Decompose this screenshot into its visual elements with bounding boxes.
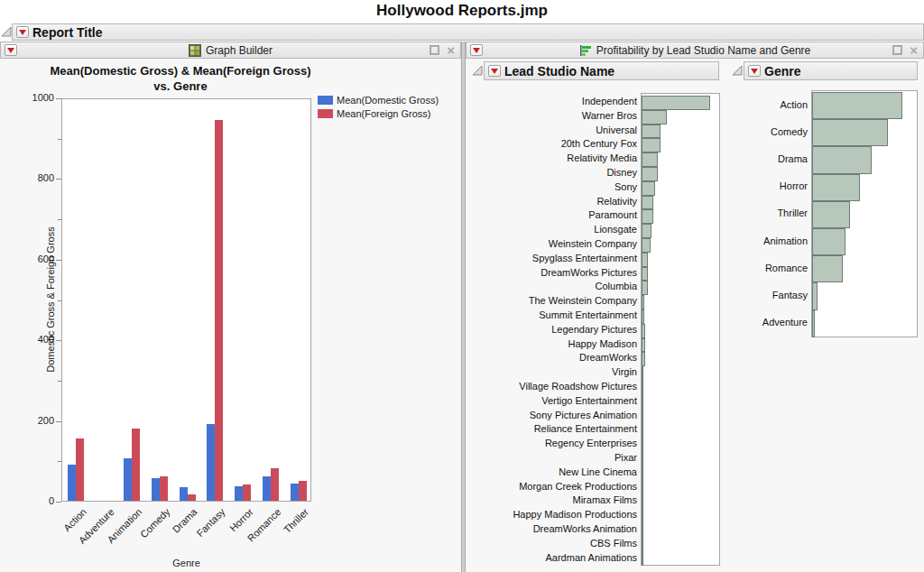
- studio-label: Lionsgate: [469, 223, 637, 237]
- genre-bar-comedy[interactable]: [812, 119, 888, 146]
- bar-action-foreign[interactable]: [76, 438, 84, 501]
- studio-menu-icon[interactable]: [488, 65, 501, 77]
- studio-bar-20th-century-fox[interactable]: [642, 138, 661, 152]
- bar-horror-foreign[interactable]: [243, 484, 251, 501]
- genre-bar-thriller[interactable]: [812, 201, 850, 228]
- studio-bar-vertigo-entertainment[interactable]: [642, 395, 643, 410]
- report-title-menu-icon[interactable]: [16, 26, 29, 38]
- studio-bar-dreamworks[interactable]: [642, 352, 645, 366]
- y-tick-mark: [56, 260, 61, 261]
- studio-bar-happy-madison[interactable]: [642, 338, 645, 353]
- genre-bar-action[interactable]: [812, 92, 902, 119]
- studio-label: Independent: [469, 95, 637, 109]
- studio-bar-universal[interactable]: [642, 125, 661, 139]
- studio-bar-lionsgate[interactable]: [642, 224, 651, 238]
- studio-bar-morgan-creek-productions[interactable]: [642, 481, 643, 495]
- studio-section-header[interactable]: Lead Studio Name: [484, 61, 719, 80]
- close-icon[interactable]: ×: [910, 45, 918, 55]
- profitability-panel-header[interactable]: Profitability by Lead Studio Name and Ge…: [466, 42, 924, 59]
- studio-bar-village-roadshow-pictures[interactable]: [642, 381, 643, 395]
- graph-builder-panel-header[interactable]: Graph Builder ×: [0, 42, 461, 59]
- graph-builder-icon: [189, 44, 201, 57]
- legend-swatch: [318, 109, 333, 118]
- studio-label: Reliance Entertainment: [469, 422, 637, 437]
- studio-label: Sony Pictures Animation: [469, 409, 637, 423]
- studio-bar-aardman-animations[interactable]: [642, 552, 643, 567]
- genre-disclosure-triangle-icon[interactable]: [732, 65, 743, 76]
- profitability-menu-icon[interactable]: [470, 44, 483, 56]
- studio-bar-sony-pictures-animation[interactable]: [642, 410, 643, 424]
- genre-label: Romance: [704, 254, 808, 281]
- bar-comedy-domestic[interactable]: [152, 478, 160, 501]
- studio-label: CBS Films: [469, 537, 637, 551]
- report-disclosure-triangle-icon[interactable]: [1, 26, 12, 37]
- genre-bar-adventure[interactable]: [812, 310, 815, 337]
- studio-bar-reliance-entertainment[interactable]: [642, 423, 643, 438]
- genre-label: Action: [704, 91, 808, 118]
- studio-bar-sony[interactable]: [642, 181, 655, 196]
- studio-bar-paramount[interactable]: [642, 209, 653, 224]
- studio-bar-spyglass-entertainment[interactable]: [642, 253, 648, 267]
- studio-label: Morgan Creek Productions: [469, 480, 637, 494]
- studio-label: Spyglass Entertainment: [469, 252, 637, 266]
- studio-bar-happy-madison-productions[interactable]: [642, 509, 643, 523]
- studio-bar-cbs-films[interactable]: [642, 538, 643, 552]
- graph-builder-title: Graph Builder: [206, 44, 273, 57]
- genre-bar-horror[interactable]: [812, 174, 860, 201]
- y-tick-mark: [58, 300, 61, 301]
- report-title-header[interactable]: Report Title: [12, 23, 924, 41]
- studio-bar-virgin[interactable]: [642, 366, 643, 381]
- bar-romance-foreign[interactable]: [271, 468, 279, 501]
- genre-bar-drama[interactable]: [812, 146, 872, 173]
- profitability-title: Profitability by Lead Studio Name and Ge…: [596, 44, 810, 57]
- studio-bar-the-weinstein-company[interactable]: [642, 295, 644, 309]
- bar-action-domestic[interactable]: [68, 465, 76, 501]
- genre-label: Animation: [704, 227, 808, 254]
- bar-thriller-foreign[interactable]: [299, 481, 307, 501]
- close-icon[interactable]: ×: [447, 45, 455, 55]
- y-tick-mark: [58, 461, 61, 462]
- bar-drama-domestic[interactable]: [180, 487, 188, 501]
- bar-animation-foreign[interactable]: [132, 429, 140, 501]
- genre-bar-romance[interactable]: [812, 255, 843, 282]
- bar-horror-domestic[interactable]: [235, 486, 243, 501]
- studio-bar-miramax-films[interactable]: [642, 494, 643, 509]
- y-tick-label: 0: [14, 495, 54, 506]
- studio-bar-dreamworks-animation[interactable]: [642, 523, 643, 538]
- y-tick-label: 400: [14, 334, 54, 345]
- legend-swatch: [318, 96, 333, 105]
- studio-bar-weinstein-company[interactable]: [642, 238, 651, 253]
- studio-disclosure-triangle-icon[interactable]: [472, 65, 483, 76]
- studio-bar-summit-entertainment[interactable]: [642, 309, 644, 324]
- studio-bar-dreamworks-pictures[interactable]: [642, 267, 648, 281]
- genre-bar-fantasy[interactable]: [812, 282, 818, 309]
- studio-bar-legendary-pictures[interactable]: [642, 324, 645, 338]
- studio-bar-relativity[interactable]: [642, 196, 653, 210]
- bar-thriller-domestic[interactable]: [291, 484, 299, 501]
- bar-fantasy-domestic[interactable]: [207, 424, 215, 501]
- y-tick-mark: [56, 340, 61, 341]
- studio-bar-columbia[interactable]: [642, 281, 648, 295]
- bar-animation-domestic[interactable]: [124, 458, 132, 501]
- maximize-icon[interactable]: [892, 45, 902, 55]
- studio-label: Happy Madison Productions: [469, 508, 637, 522]
- genre-section-header[interactable]: Genre: [744, 61, 918, 80]
- genre-menu-icon[interactable]: [748, 65, 761, 77]
- studio-bar-regency-enterprises[interactable]: [642, 438, 643, 452]
- bar-comedy-foreign[interactable]: [160, 476, 168, 501]
- bar-fantasy-foreign[interactable]: [215, 120, 223, 501]
- studio-label: DreamWorks Pictures: [469, 266, 637, 281]
- bar-romance-domestic[interactable]: [263, 476, 271, 501]
- genre-label: Adventure: [704, 309, 808, 336]
- studio-bar-pixar[interactable]: [642, 452, 643, 466]
- studio-bar-independent[interactable]: [642, 96, 710, 110]
- studio-bar-disney[interactable]: [642, 167, 658, 181]
- studio-bar-new-line-cinema[interactable]: [642, 466, 643, 481]
- graph-builder-menu-icon[interactable]: [5, 44, 17, 56]
- maximize-icon[interactable]: [430, 45, 439, 55]
- bar-drama-foreign[interactable]: [188, 494, 196, 501]
- genre-bar-animation[interactable]: [812, 228, 845, 255]
- studio-bar-warner-bros[interactable]: [642, 110, 667, 125]
- y-tick-label: 600: [14, 254, 54, 264]
- studio-bar-relativity-media[interactable]: [642, 152, 658, 167]
